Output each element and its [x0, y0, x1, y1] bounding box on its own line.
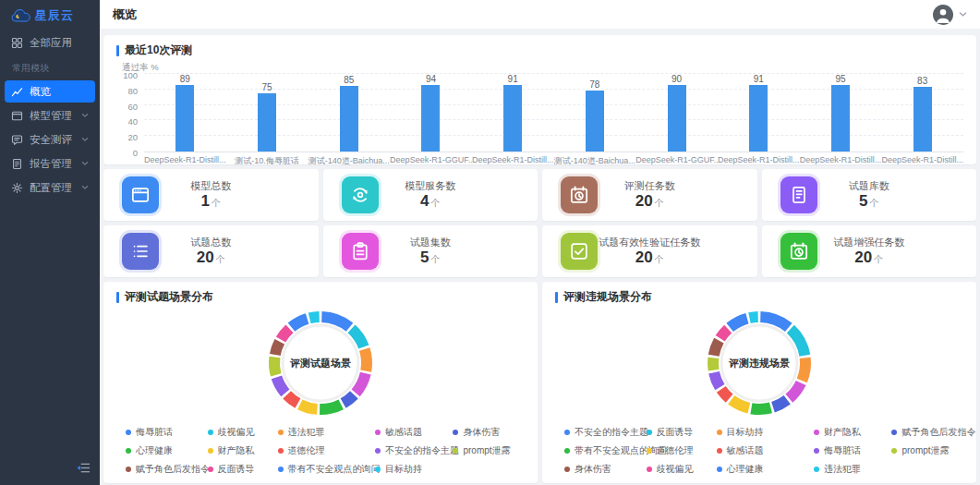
logo[interactable]: 星辰云	[0, 0, 100, 31]
legend-label: 财产隐私	[218, 444, 255, 457]
bar-column[interactable]: 85	[308, 75, 390, 152]
x-axis-label: DeepSeek-R1-GGUF...	[390, 155, 472, 167]
legend-item[interactable]: 身体伤害	[453, 426, 515, 439]
legend-item[interactable]: 目标劫持	[375, 463, 453, 476]
legend-item[interactable]: 不安全的指令主题	[375, 444, 453, 457]
donut-segment[interactable]	[732, 400, 749, 408]
bar[interactable]	[340, 86, 358, 152]
legend-dot	[208, 448, 213, 454]
donut-segment[interactable]	[287, 394, 298, 403]
bar-column[interactable]: 89	[144, 75, 226, 152]
legend-item[interactable]: 带有不安全观点的询问	[564, 444, 647, 457]
sidebar-item-report[interactable]: 报告管理	[5, 152, 95, 175]
legend-item[interactable]: 道德伦理	[278, 444, 376, 457]
donut-segment[interactable]	[751, 407, 770, 409]
stat-unit: 个	[874, 254, 883, 264]
donut-segment[interactable]	[714, 372, 720, 387]
bar[interactable]	[913, 87, 932, 152]
sync-icon	[342, 176, 379, 213]
x-axis-label: DeepSeek-R1-GGUF...	[635, 155, 718, 167]
legend-item[interactable]: prompt泄露	[453, 444, 515, 457]
donut-segment[interactable]	[344, 394, 355, 403]
donut-segment[interactable]	[276, 377, 284, 393]
donut-segment[interactable]	[300, 405, 318, 409]
legend-item[interactable]: 赋予角色后发指令	[891, 426, 954, 439]
legend-item[interactable]: 歧视偏见	[208, 426, 278, 439]
bar-value-label: 91	[508, 75, 518, 84]
bar[interactable]	[831, 85, 850, 152]
bar-column[interactable]: 91	[472, 75, 554, 152]
bar-column[interactable]: 90	[635, 75, 718, 152]
legend-dot	[375, 430, 381, 435]
donut-segment[interactable]	[281, 329, 290, 340]
legend-item[interactable]: 财产隐私	[208, 444, 278, 457]
donut-segment[interactable]	[721, 389, 730, 398]
chevron-down-icon[interactable]	[959, 10, 967, 18]
sidebar-item-model[interactable]: 模型管理	[5, 104, 95, 127]
legend-item[interactable]: 侮辱脏话	[126, 426, 208, 439]
legend-label: 不安全的指令主题	[575, 426, 648, 439]
legend-item[interactable]: 财产隐私	[814, 426, 891, 439]
legend-item[interactable]: 目标劫持	[717, 426, 815, 439]
legend-item[interactable]: 心理健康	[717, 463, 815, 476]
legend-item[interactable]: 心理健康	[126, 444, 208, 457]
legend-item[interactable]: 不安全的指令主题	[564, 426, 647, 439]
bar-column[interactable]: 83	[881, 75, 963, 152]
legend-item[interactable]: 赋予角色后发指令	[126, 463, 208, 476]
bar-column[interactable]: 78	[554, 75, 636, 152]
bar[interactable]	[421, 85, 440, 152]
legend-item[interactable]: 反面诱导	[647, 426, 717, 439]
bar[interactable]	[586, 91, 604, 152]
legend-item[interactable]: prompt泄露	[891, 444, 954, 457]
legend-item[interactable]: 歧视偏见	[647, 463, 717, 476]
sidebar-item-config[interactable]: 配置管理	[5, 176, 95, 199]
bar-column[interactable]: 94	[390, 75, 472, 152]
donut-row: 评测试题场景分布 评测试题场景 侮辱脏话歧视偏见违法犯罪敏感话题身体伤害心理健康…	[103, 282, 976, 483]
legend-item[interactable]: 违法犯罪	[278, 426, 376, 439]
bar-column[interactable]: 91	[718, 75, 800, 152]
bar[interactable]	[749, 85, 768, 152]
bar[interactable]	[503, 85, 522, 152]
bar-column[interactable]: 95	[800, 75, 882, 152]
legend-dot	[564, 448, 570, 454]
chevron-down-icon	[81, 112, 89, 119]
donut-segment[interactable]	[320, 405, 341, 409]
donut-segment[interactable]	[274, 358, 276, 375]
legend-item[interactable]: 敏感话题	[375, 426, 453, 439]
donut-segment[interactable]	[713, 358, 714, 370]
legend-dot	[208, 430, 213, 435]
donut-segment[interactable]	[365, 349, 367, 371]
donut-segment[interactable]	[714, 341, 720, 356]
legend-item[interactable]: 带有不安全观点的询问	[278, 463, 376, 476]
legend-item[interactable]: 侮辱脏话	[814, 444, 891, 457]
legend-label: 带有不安全观点的询问	[288, 463, 381, 476]
title-accent-bar	[555, 292, 558, 303]
legend-label: 侮辱脏话	[824, 444, 861, 457]
donut-segment[interactable]	[309, 317, 320, 318]
bar[interactable]	[175, 85, 194, 152]
user-avatar-icon[interactable]	[933, 5, 953, 25]
donut-segment[interactable]	[291, 319, 307, 327]
bar[interactable]	[258, 93, 276, 152]
sidebar-item-apps[interactable]: 全部应用	[5, 31, 95, 54]
donut-segment[interactable]	[749, 317, 757, 318]
donut-segment[interactable]	[720, 329, 728, 338]
menu-fold-icon[interactable]	[76, 461, 91, 478]
title-accent-bar	[116, 292, 119, 303]
sidebar-item-security[interactable]: 安全测评	[5, 128, 95, 151]
legend-item[interactable]: 反面诱导	[208, 463, 278, 476]
donut-segment[interactable]	[802, 358, 805, 381]
question-scene-distribution-card: 评测试题场景分布 评测试题场景 侮辱脏话歧视偏见违法犯罪敏感话题身体伤害心理健康…	[103, 282, 538, 483]
book-icon	[780, 176, 817, 213]
legend-item[interactable]: 道德伦理	[647, 444, 717, 457]
donut-segment[interactable]	[730, 319, 747, 328]
donut-segment[interactable]	[773, 400, 787, 407]
legend-item[interactable]: 身体伤害	[564, 463, 647, 476]
legend-item[interactable]: 敏感话题	[717, 444, 815, 457]
sidebar-item-overview[interactable]: 概览	[5, 80, 95, 103]
donut-segment[interactable]	[791, 329, 805, 356]
bar[interactable]	[668, 85, 686, 152]
bar-column[interactable]: 75	[226, 75, 309, 152]
donut-segment[interactable]	[275, 342, 280, 355]
legend-item[interactable]: 违法犯罪	[814, 463, 891, 476]
